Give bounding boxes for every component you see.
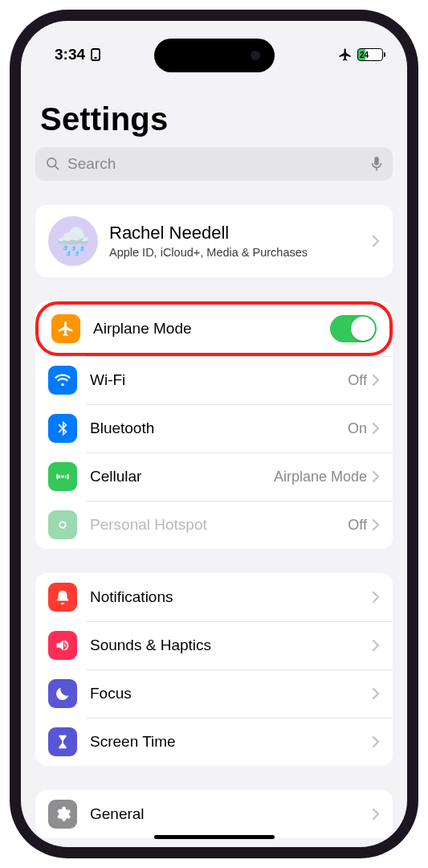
hotspot-icon: [48, 510, 77, 539]
row-focus[interactable]: Focus: [35, 669, 393, 718]
chevron-right-icon: [372, 735, 380, 748]
home-indicator[interactable]: [154, 835, 275, 839]
profile-subtitle: Apple ID, iCloud+, Media & Purchases: [109, 245, 372, 260]
page-title: Settings: [35, 71, 393, 147]
bluetooth-label: Bluetooth: [90, 420, 348, 437]
row-notifications[interactable]: Notifications: [35, 573, 393, 621]
hotspot-label: Personal Hotspot: [90, 516, 348, 534]
focus-icon: [48, 679, 77, 708]
chevron-right-icon: [372, 235, 380, 248]
row-bluetooth[interactable]: Bluetooth On: [35, 404, 393, 452]
network-group: Airplane Mode Wi-Fi Off Bluetooth: [35, 301, 393, 549]
microphone-icon[interactable]: [370, 156, 383, 172]
airplane-label: Airplane Mode: [93, 320, 330, 338]
system-group: General: [35, 790, 393, 838]
search-field[interactable]: [35, 147, 393, 181]
svg-rect-1: [95, 57, 97, 59]
profile-name: Rachel Needell: [109, 223, 372, 244]
wifi-label: Wi-Fi: [90, 371, 348, 389]
row-general[interactable]: General: [35, 790, 393, 838]
wifi-value: Off: [348, 372, 367, 389]
battery-icon: 24: [357, 48, 383, 61]
hotspot-value: Off: [348, 517, 367, 534]
chevron-right-icon: [372, 591, 380, 604]
notifications-icon: [48, 583, 77, 612]
airplane-mode-icon: [51, 314, 80, 343]
search-icon: [45, 156, 61, 172]
bluetooth-value: On: [348, 420, 367, 437]
portrait-lock-icon: [90, 48, 101, 61]
focus-label: Focus: [90, 685, 372, 702]
general-icon: [48, 800, 77, 829]
sounds-icon: [48, 631, 77, 660]
screen-time-icon: [48, 727, 77, 756]
status-time: 3:34: [55, 46, 85, 63]
chevron-right-icon: [372, 470, 380, 483]
notifications-label: Notifications: [90, 588, 372, 606]
row-cellular[interactable]: Cellular Airplane Mode: [35, 452, 393, 501]
chevron-right-icon: [372, 639, 380, 652]
dynamic-island: [154, 39, 275, 72]
battery-percent: 24: [360, 51, 369, 59]
svg-line-3: [55, 166, 59, 170]
airplane-icon: [338, 47, 353, 62]
bluetooth-icon: [48, 414, 77, 443]
profile-row[interactable]: 🌧️ Rachel Needell Apple ID, iCloud+, Med…: [35, 205, 393, 277]
cellular-value: Airplane Mode: [274, 469, 367, 485]
profile-group: 🌧️ Rachel Needell Apple ID, iCloud+, Med…: [35, 205, 393, 277]
airplane-toggle[interactable]: [330, 315, 377, 342]
row-airplane-mode[interactable]: Airplane Mode: [35, 301, 393, 356]
chevron-right-icon: [372, 374, 380, 387]
screen: 3:34 24 Settings 🌧️: [21, 21, 407, 847]
chevron-right-icon: [372, 518, 380, 531]
row-sounds-haptics[interactable]: Sounds & Haptics: [35, 621, 393, 669]
cellular-icon: [48, 462, 77, 491]
chevron-right-icon: [372, 687, 380, 700]
activity-group: Notifications Sounds & Haptics Focus: [35, 573, 393, 766]
search-input[interactable]: [67, 155, 364, 173]
sounds-label: Sounds & Haptics: [90, 637, 372, 654]
chevron-right-icon: [372, 808, 380, 821]
svg-rect-4: [374, 157, 378, 166]
screen-time-label: Screen Time: [90, 733, 372, 751]
chevron-right-icon: [372, 422, 380, 435]
row-wifi[interactable]: Wi-Fi Off: [35, 356, 393, 404]
wifi-icon: [48, 366, 77, 395]
row-personal-hotspot[interactable]: Personal Hotspot Off: [35, 501, 393, 549]
phone-frame: 3:34 24 Settings 🌧️: [10, 10, 418, 858]
avatar: 🌧️: [48, 216, 98, 266]
cellular-label: Cellular: [90, 468, 274, 485]
general-label: General: [90, 805, 372, 823]
row-screen-time[interactable]: Screen Time: [35, 718, 393, 766]
